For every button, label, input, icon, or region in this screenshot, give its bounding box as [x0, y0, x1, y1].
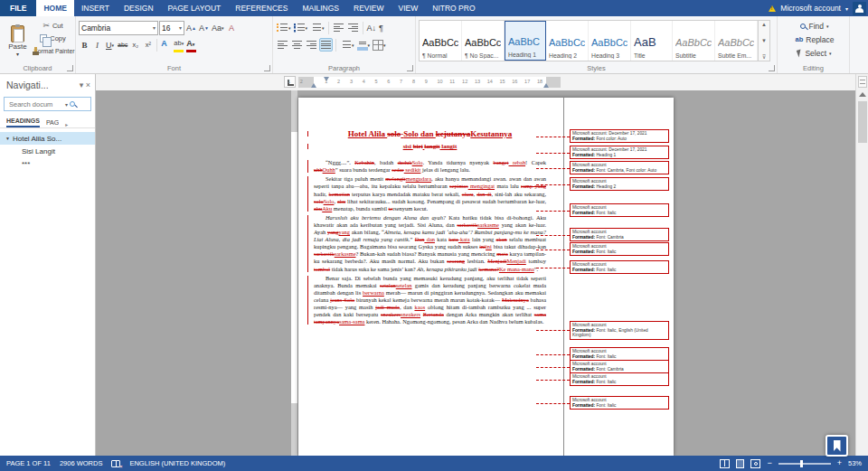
revision-balloon[interactable]: Microsoft accountFormatted: Font: Italic — [570, 242, 669, 256]
tab-design[interactable]: DESIGN — [117, 0, 161, 16]
paste-button[interactable]: Paste ▾ — [3, 19, 33, 61]
font-size-combo[interactable]: 16▾ — [159, 21, 184, 35]
change-case-button[interactable]: Aa▾ — [211, 21, 225, 35]
document-page[interactable]: Hotel Alila solo-Solo dan kejutanyaKesut… — [298, 98, 674, 456]
subscript-button[interactable]: x₂ — [129, 38, 141, 52]
style-heading-2[interactable]: AaBbCcCHeading 2 — [546, 21, 589, 61]
font-family-combo[interactable]: Cambria▾ — [79, 21, 158, 35]
chevron-down-icon[interactable]: ▾ — [65, 101, 68, 108]
styles-dialog-launcher[interactable] — [769, 65, 775, 71]
replace-button[interactable]: ab Replace — [783, 33, 846, 46]
zoom-out-button[interactable]: − — [767, 459, 771, 467]
align-center-button[interactable] — [290, 38, 304, 52]
style--no-spac-[interactable]: AaBbCcDc¶ No Spac... — [462, 21, 505, 61]
proofing-icon[interactable]: × — [111, 460, 120, 467]
show-paragraph-marks-button[interactable]: ¶ — [378, 23, 384, 33]
style--normal[interactable]: AaBbCcDc¶ Normal — [420, 21, 462, 61]
copy-button[interactable]: Copy — [33, 32, 72, 44]
highlight-button[interactable]: ab▾ — [173, 38, 184, 52]
revision-balloon[interactable]: Microsoft accountFormatted: Font: Italic… — [570, 321, 669, 340]
italic-button[interactable]: I — [91, 38, 103, 52]
shrink-font-button[interactable]: A▼ — [198, 21, 210, 35]
tab-view[interactable]: VIEW — [392, 0, 426, 16]
text-effects-button[interactable]: A — [160, 38, 172, 52]
bold-button[interactable]: B — [79, 38, 90, 52]
nav-tab-headings[interactable]: HEADINGS — [6, 118, 40, 127]
user-avatar-button[interactable] — [853, 2, 866, 15]
format-painter-button[interactable]: Format Painter — [33, 44, 72, 57]
style-subtle-em-[interactable]: AaBbCcDcSubtle Em... — [715, 21, 758, 61]
increase-indent-button[interactable] — [346, 21, 360, 34]
justify-button[interactable] — [319, 38, 333, 52]
font-dialog-launcher[interactable] — [264, 65, 270, 71]
style-heading-1[interactable]: AaBbCHeading 1 — [505, 21, 546, 61]
superscript-button[interactable]: x² — [142, 38, 154, 52]
ruler-toggle-icon[interactable] — [858, 76, 867, 88]
read-mode-button[interactable] — [720, 459, 730, 468]
print-layout-button[interactable] — [736, 459, 744, 468]
clipboard-dialog-launcher[interactable] — [67, 65, 73, 71]
bullets-button[interactable]: ▾ — [276, 21, 292, 34]
left-indent-marker[interactable] — [311, 83, 316, 88]
revision-balloon[interactable]: Microsoft account: December 17, 2021Form… — [570, 129, 669, 143]
style-heading-3[interactable]: AaBbCcDHeading 3 — [589, 21, 631, 61]
style-subtitle[interactable]: AaBbCcDSubtitle — [673, 21, 715, 61]
revision-balloon[interactable]: Microsoft accountFormatted: Heading 2 — [570, 177, 669, 191]
zoom-in-button[interactable]: + — [837, 459, 842, 467]
zoom-slider-thumb[interactable] — [800, 460, 803, 467]
tab-insert[interactable]: INSERT — [74, 0, 117, 16]
styles-scroll-down-icon[interactable]: ▼ — [761, 38, 767, 43]
nav-item-hotel-alila-so-[interactable]: ▼Hotel Alila So... — [0, 132, 95, 145]
borders-button[interactable]: ▾ — [372, 39, 387, 52]
tab-file[interactable]: FILE — [0, 0, 36, 16]
zoom-slider[interactable] — [778, 463, 831, 465]
nav-tab-pages[interactable]: PAG — [46, 119, 59, 127]
shading-button[interactable]: ▾ — [356, 39, 372, 52]
align-right-button[interactable] — [305, 38, 318, 52]
strikethrough-button[interactable]: abc — [117, 38, 128, 52]
web-layout-button[interactable] — [750, 459, 760, 468]
nav-item--[interactable]: *** — [0, 157, 95, 170]
revision-balloon[interactable]: Microsoft accountFormatted: Font: Italic — [570, 347, 669, 361]
search-icon[interactable] — [70, 101, 75, 107]
cut-button[interactable]: ✂ Cut — [33, 19, 72, 32]
account-label[interactable]: Microsoft account — [780, 4, 841, 13]
zoom-level[interactable]: 53% — [848, 459, 862, 467]
numbering-button[interactable]: ▾ — [293, 21, 309, 34]
sort-button[interactable]: A↓ — [366, 23, 378, 33]
tab-home[interactable]: HOME — [36, 0, 74, 16]
chevron-right-icon[interactable]: ▸ — [65, 121, 68, 127]
revision-balloon[interactable]: Microsoft accountFormatted: Font: Cambri… — [570, 161, 669, 174]
expand-triangle-icon[interactable]: ▼ — [5, 136, 10, 141]
styles-gallery-scroll[interactable]: ▲ ▼ ⊽ — [759, 20, 770, 61]
tab-nitro-pro[interactable]: NITRO PRO — [425, 0, 482, 16]
page-indicator[interactable]: PAGE 1 OF 11 — [6, 459, 51, 467]
revision-balloon[interactable]: Microsoft accountFormatted: Font: Italic — [570, 372, 669, 386]
line-spacing-button[interactable]: ▾ — [339, 38, 355, 52]
multilevel-list-button[interactable]: ▾ — [309, 21, 326, 34]
tab-mailings[interactable]: MAILINGS — [295, 0, 346, 16]
resume-reading-bookmark[interactable] — [826, 435, 848, 457]
close-icon[interactable]: ▾ × — [80, 80, 90, 89]
word-count[interactable]: 2906 WORDS — [60, 459, 103, 467]
revision-balloon[interactable]: Microsoft accountFormatted: Font: Italic — [570, 396, 669, 410]
align-left-button[interactable] — [276, 38, 289, 52]
style-title[interactable]: AaBTitle — [631, 21, 673, 61]
underline-button[interactable]: U▾ — [104, 38, 116, 52]
select-button[interactable]: Select ▾ — [783, 46, 846, 60]
scroll-up-icon[interactable] — [859, 92, 866, 97]
styles-scroll-up-icon[interactable]: ▲ — [761, 22, 767, 27]
scrollbar-thumb[interactable] — [858, 101, 867, 143]
right-indent-marker[interactable] — [543, 83, 549, 88]
grow-font-button[interactable]: A▲ — [185, 21, 197, 35]
find-button[interactable]: Find ▾ — [783, 19, 846, 33]
search-input[interactable] — [7, 99, 63, 109]
font-color-button[interactable]: A▾ — [185, 38, 197, 52]
navigation-search-box[interactable]: ▾ — [4, 97, 91, 111]
revision-balloon[interactable]: Microsoft accountFormatted: Font: Italic — [570, 260, 669, 274]
revision-balloon[interactable]: Microsoft accountFormatted: Font: Cambri… — [570, 228, 669, 241]
revision-balloon[interactable]: Microsoft account: December 17, 2021Form… — [570, 146, 669, 159]
document-text[interactable]: Hotel Alila solo-Solo dan kejutanyaKesut… — [314, 98, 546, 327]
revision-balloon[interactable]: Microsoft accountFormatted: Font: Italic — [570, 203, 669, 217]
nav-item-sisi-langit[interactable]: Sisi Langit — [0, 145, 95, 157]
